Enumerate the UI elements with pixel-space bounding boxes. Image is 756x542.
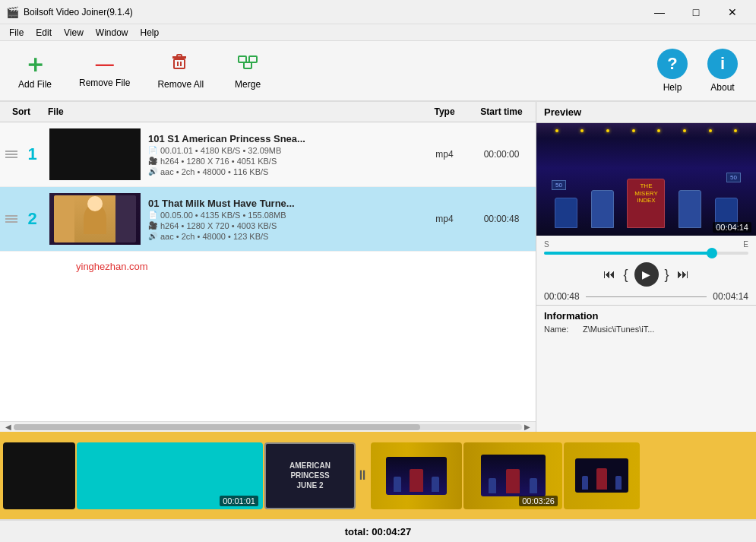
app-title: Boilsoft Video Joiner(9.1.4) — [24, 7, 133, 17]
drag-handle[interactable] — [0, 151, 23, 158]
file-icon: 📄 — [148, 211, 157, 219]
preview-panel: Preview — [536, 102, 756, 432]
file-thumbnail — [49, 128, 141, 180]
total-label: total: — [345, 526, 369, 537]
slider-labels: S E — [544, 240, 748, 249]
table-row[interactable]: 2 01 That Milk Must Have Turne... 📄 — [0, 187, 536, 252]
file-start-time: 00:00:00 — [467, 149, 536, 160]
file-meta-3: 🔊 aac • 2ch • 48000 • 123 KB/S — [148, 232, 422, 241]
menu-file[interactable]: File — [3, 26, 30, 40]
help-label: Help — [663, 82, 682, 93]
file-name: 101 S1 American Princess Snea... — [148, 133, 422, 144]
scrollbar-track[interactable] — [14, 424, 522, 430]
toolbar-right: ? Help i About — [651, 46, 744, 96]
file-name: 01 That Milk Must Have Turne... — [148, 198, 422, 209]
menu-help[interactable]: Help — [134, 26, 166, 40]
file-meta-1: 📄 00.05.00 • 4135 KB/S • 155.08MB — [148, 211, 422, 220]
title-bar: 🎬 Boilsoft Video Joiner(9.1.4) — □ ✕ — [0, 0, 756, 24]
file-meta-3: 🔊 aac • 2ch • 48000 • 116 KB/S — [148, 167, 422, 176]
scroll-right-arrow[interactable]: ▶ — [522, 422, 533, 433]
svg-rect-6 — [249, 56, 257, 62]
slider-fill — [544, 252, 712, 255]
drag-line — [5, 215, 17, 217]
audio-icon: 🔊 — [148, 167, 157, 176]
info-name-row: Name: Z\Music\iTunes\iT... — [544, 325, 748, 334]
status-bar: total: 00:04:27 — [0, 519, 756, 542]
file-header: File — [42, 106, 422, 117]
add-file-label: Add File — [18, 79, 52, 90]
file-start-time: 00:00:48 — [467, 214, 536, 224]
playback-controls: ⏮ { ▶ } ⏭ — [536, 259, 756, 290]
preview-slider[interactable]: S E — [536, 236, 756, 259]
starttime-header: Start time — [467, 106, 536, 117]
skip-to-start-button[interactable]: ⏮ — [602, 266, 617, 283]
svg-rect-5 — [239, 56, 246, 62]
preview-video: THEMISERYINDEX 50 50 00:04:14 — [536, 123, 756, 236]
time-divider — [586, 296, 707, 297]
drag-handle[interactable] — [0, 215, 23, 223]
drag-line — [5, 151, 17, 152]
horizontal-scrollbar[interactable]: ◀ ▶ — [0, 421, 536, 432]
file-info: 101 S1 American Princess Snea... 📄 00.01… — [148, 133, 422, 176]
add-file-button[interactable]: ＋ Add File — [12, 49, 58, 93]
timeline: 00:01:01 AMERICAN PRINCESS JUNE 2 ⏸ — [0, 432, 756, 519]
menu-bar: File Edit View Window Help — [0, 24, 756, 41]
menu-edit[interactable]: Edit — [30, 26, 58, 40]
file-meta-2: 🎥 h264 • 1280 X 720 • 4003 KB/S — [148, 221, 422, 230]
remove-all-label: Remove All — [157, 79, 204, 90]
timeline-clip[interactable] — [371, 442, 462, 509]
timeline-clip[interactable] — [3, 442, 75, 509]
remove-file-label: Remove File — [79, 78, 130, 88]
slider-thumb[interactable] — [707, 248, 717, 258]
about-button[interactable]: i About — [701, 46, 744, 96]
table-row[interactable]: 1 101 S1 American Princess Snea... 📄 00.… — [0, 122, 536, 187]
audio-icon: 🔊 — [148, 232, 157, 240]
slider-start-label: S — [544, 240, 549, 249]
name-label: Name: — [544, 325, 578, 334]
row-number: 1 — [23, 144, 42, 164]
play-button[interactable]: ▶ — [634, 262, 659, 287]
info-section: Information Name: Z\Music\iTunes\iT... — [536, 305, 756, 338]
remove-all-button[interactable]: Remove All — [151, 49, 210, 93]
file-icon: 📄 — [148, 146, 157, 154]
maximize-button[interactable]: □ — [679, 1, 713, 24]
timeline-clip[interactable]: 00:03:26 — [463, 442, 562, 509]
menu-view[interactable]: View — [58, 26, 90, 40]
add-icon: ＋ — [23, 52, 47, 76]
minimize-button[interactable]: — — [642, 1, 677, 24]
help-button[interactable]: ? Help — [651, 46, 694, 96]
clip-timestamp: 00:03:26 — [519, 496, 558, 506]
skip-to-end-button[interactable]: ⏭ — [675, 266, 691, 283]
main-area: Sort File Type Start time 1 101 S1 Ameri… — [0, 102, 756, 432]
slider-track[interactable] — [544, 252, 748, 255]
timeline-clip[interactable]: AMERICAN PRINCESS JUNE 2 — [264, 442, 356, 509]
timeline-clip[interactable]: 00:01:01 — [77, 442, 263, 509]
timeline-clip[interactable] — [564, 442, 640, 509]
sort-header: Sort — [0, 106, 42, 117]
svg-rect-1 — [174, 59, 185, 68]
title-bar-controls: — □ ✕ — [642, 1, 750, 24]
merge-button[interactable]: Merge — [225, 49, 270, 93]
mark-out-button[interactable]: } — [665, 267, 669, 283]
watermark: yinghezhan.com — [0, 252, 536, 272]
scroll-left-arrow[interactable]: ◀ — [3, 422, 14, 433]
video-icon: 🎥 — [148, 221, 157, 230]
drag-line — [5, 157, 17, 158]
file-list-header: Sort File Type Start time — [0, 102, 536, 122]
mark-in-button[interactable]: { — [623, 267, 628, 283]
menu-window[interactable]: Window — [90, 26, 134, 40]
name-value: Z\Music\iTunes\iT... — [583, 325, 654, 334]
row-number: 2 — [23, 209, 42, 229]
time-display: 00:00:48 00:04:14 — [536, 290, 756, 305]
remove-file-button[interactable]: — Remove File — [73, 50, 136, 92]
preview-timestamp: 00:04:14 — [713, 222, 751, 233]
scrollbar-thumb[interactable] — [14, 424, 420, 430]
file-info: 01 That Milk Must Have Turne... 📄 00.05.… — [148, 198, 422, 241]
close-button[interactable]: ✕ — [715, 1, 750, 24]
file-list: 1 101 S1 American Princess Snea... 📄 00.… — [0, 122, 536, 421]
merge-label: Merge — [235, 79, 261, 90]
app-icon: 🎬 — [6, 6, 19, 18]
svg-rect-4 — [177, 55, 182, 57]
time-end: 00:04:14 — [713, 291, 748, 302]
about-icon: i — [707, 49, 738, 79]
